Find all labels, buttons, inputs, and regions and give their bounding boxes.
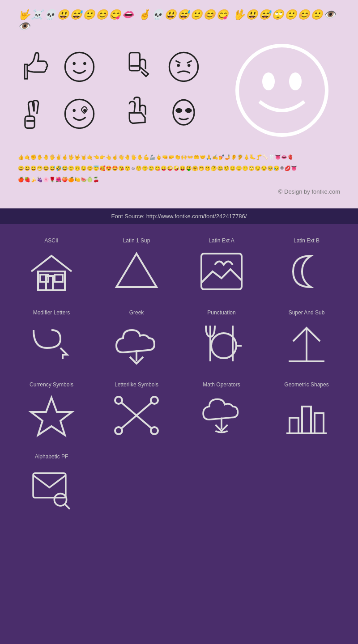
alien-face-icon <box>167 97 200 131</box>
svg-point-2 <box>83 62 86 65</box>
svg-rect-45 <box>302 407 311 433</box>
svg-point-11 <box>177 64 179 67</box>
bar-chart-icon <box>280 393 333 438</box>
svg-rect-44 <box>290 418 298 433</box>
icon-cell-empty2 <box>179 445 264 517</box>
icon-cell-superandsub: Super And Sub <box>264 301 349 373</box>
svg-point-13 <box>173 100 194 125</box>
svg-point-38 <box>115 397 122 404</box>
crescent-icon <box>280 249 333 294</box>
svg-point-10 <box>169 52 198 81</box>
star-icon <box>25 393 78 438</box>
icon-row-2 <box>18 95 96 133</box>
arrow-up-icon <box>280 321 333 366</box>
svg-point-48 <box>54 494 66 506</box>
icon-cell-ascii: ASCII <box>9 229 94 301</box>
preview-icons <box>18 41 340 140</box>
svg-point-16 <box>237 46 327 135</box>
letterlike-label: Letterlike Symbols <box>115 381 158 388</box>
smiley-small-icon <box>63 50 96 84</box>
svg-point-14 <box>175 108 182 113</box>
preview-section: 🤟☠️💀😃😅🙂😊😋👄 🤞💀😃😅🙂😊😋 🖖😃😅🙄🙂😊🙁👁️👁️ <box>0 0 358 208</box>
cloud-download2-icon <box>195 393 248 438</box>
icon-cell-punctuation: Punctuation <box>179 301 264 373</box>
thumbs-up-icon <box>18 48 56 86</box>
svg-point-18 <box>289 72 302 90</box>
svg-point-39 <box>151 397 158 404</box>
icon-cell-geometric: Geometric Shapes <box>264 373 349 445</box>
cloud-download-icon <box>110 321 163 366</box>
image-placeholder-icon <box>195 249 248 294</box>
punctuation-label: Punctuation <box>207 309 235 316</box>
small-preview-line1: 👍🤙✊✋🤚🖐✌🤞🖖🤟🤘🤙👈👉👆☝️👋🤚🖐✋💪🦾🖕🤜🤛👏🙌👐🤲🤝🙏✍💅🤳👂🦻👃🦶🦵… <box>18 153 340 162</box>
peace-hand-icon <box>18 95 56 133</box>
mathops-label: Math Operators <box>203 381 240 388</box>
icon-cell-mathops: Math Operators <box>179 373 264 445</box>
ascii-label: ASCII <box>44 237 58 244</box>
cone-icon <box>110 249 163 294</box>
svg-rect-3 <box>25 116 34 128</box>
angry-face-icon <box>167 50 200 84</box>
font-title: 🤟☠️💀😃😅🙂😊😋👄 🤞💀😃😅🙂😊😋 🖖😃😅🙄🙂😊🙁👁️👁️ <box>18 9 340 32</box>
icon-row-3 <box>120 48 200 86</box>
icon-cell-empty3 <box>264 445 349 517</box>
icon-cell-latin1sup: Latin 1 Sup <box>94 229 179 301</box>
crossbones-icon <box>110 393 163 438</box>
svg-marker-35 <box>31 398 72 435</box>
icon-grid: ASCII Latin 1 Sup Latin Ext A <box>9 229 349 517</box>
font-source-text: Font Source: http://www.fontke.com/font/… <box>111 213 247 220</box>
dining-icon <box>195 321 248 366</box>
svg-point-6 <box>73 109 76 112</box>
svg-marker-25 <box>116 254 157 287</box>
icon-row-1 <box>18 48 96 86</box>
preview-icons-mid <box>120 48 200 133</box>
svg-point-17 <box>262 72 275 90</box>
icon-cell-letterlike: Letterlike Symbols <box>94 373 179 445</box>
alphabeticpf-label: Alphabetic PF <box>35 453 68 460</box>
superandsub-label: Super And Sub <box>289 309 325 316</box>
latinexta-label: Latin Ext A <box>209 237 234 244</box>
modifier-label: Modifier Letters <box>33 309 70 316</box>
small-preview-line2: 😀😃😄😁😆😅🤣😂🙂🙃😉😊😇🥰😍🤩😘😗☺😚😙🥲😋😛😜🤪😝🤑🤗🤭🤫🤔🤐🤨😐😑😶🙄😏😒… <box>18 164 340 173</box>
currency-label: Currency Symbols <box>30 381 73 388</box>
font-source-bar: Font Source: http://www.fontke.com/font/… <box>0 208 358 224</box>
svg-point-15 <box>185 108 192 113</box>
svg-point-12 <box>188 64 190 67</box>
geometric-label: Geometric Shapes <box>284 381 328 388</box>
copyright: © Design by fontke.com <box>18 186 340 195</box>
grid-section: ASCII Latin 1 Sup Latin Ext A <box>0 224 358 525</box>
svg-point-41 <box>151 427 158 434</box>
svg-point-40 <box>115 427 122 434</box>
preview-icons-left <box>18 48 96 133</box>
icon-cell-currency: Currency Symbols <box>9 373 94 445</box>
latinextb-label: Latin Ext B <box>294 237 320 244</box>
svg-point-0 <box>65 52 94 81</box>
icon-cell-empty1 <box>94 445 179 517</box>
svg-rect-8 <box>129 53 140 71</box>
icon-cell-latinextb: Latin Ext B <box>264 229 349 301</box>
phone-hand-icon <box>120 48 160 86</box>
icon-cell-greek: Greek <box>94 301 179 373</box>
icon-cell-alphabeticpf: Alphabetic PF <box>9 445 94 517</box>
love-smiley-icon <box>63 97 96 131</box>
small-preview-line3: 🍎🍓🍌🍇🌸🌹🌺🍑🍊🍋🍉🍈🍒 <box>18 175 340 184</box>
big-smiley-icon <box>233 41 331 140</box>
greek-label: Greek <box>129 309 144 316</box>
scorpio-icon <box>25 321 78 366</box>
icon-cell-modifier: Modifier Letters <box>9 301 94 373</box>
svg-rect-46 <box>315 413 324 433</box>
point-hand-icon <box>120 95 160 133</box>
svg-line-49 <box>65 504 70 509</box>
icon-row-4 <box>120 95 200 133</box>
svg-rect-27 <box>201 254 242 289</box>
svg-point-1 <box>73 62 76 65</box>
house-icon <box>25 249 78 294</box>
svg-rect-22 <box>55 275 63 282</box>
icon-cell-latinexta: Latin Ext A <box>179 229 264 301</box>
svg-rect-20 <box>46 276 53 290</box>
envelope-search-icon <box>25 465 78 510</box>
latin1sup-label: Latin 1 Sup <box>123 237 150 244</box>
svg-point-5 <box>65 99 94 128</box>
